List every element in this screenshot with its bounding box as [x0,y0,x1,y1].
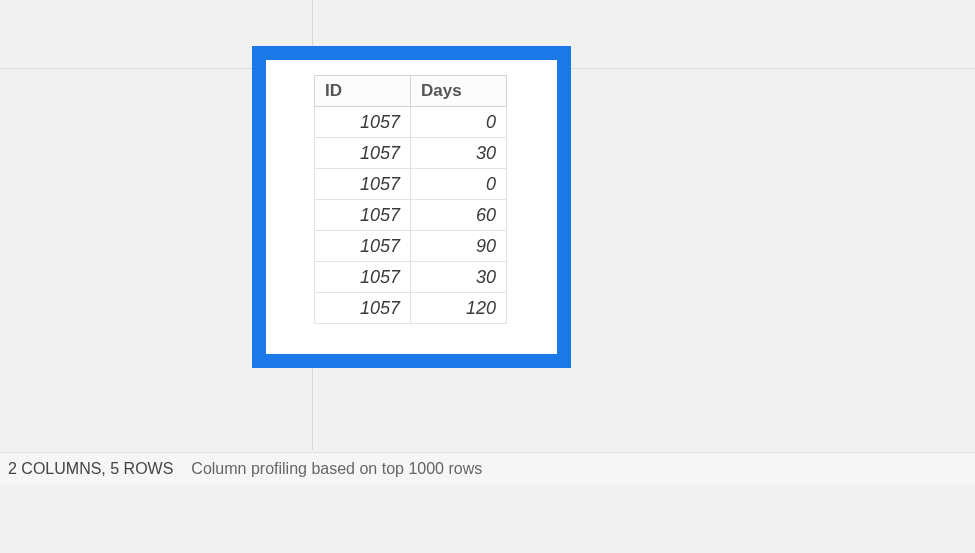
table-row[interactable]: 1057 0 [315,169,507,200]
column-header-id[interactable]: ID [315,76,411,107]
table-highlight-frame: ID Days 1057 0 1057 30 1057 0 1057 60 10 [252,46,571,368]
cell-id: 1057 [315,200,411,231]
status-bar: 2 COLUMNS, 5 ROWS Column profiling based… [0,452,975,484]
cell-days: 0 [411,107,507,138]
cell-id: 1057 [315,107,411,138]
status-counts: 2 COLUMNS, 5 ROWS [8,460,173,478]
cell-id: 1057 [315,138,411,169]
cell-days: 0 [411,169,507,200]
cell-id: 1057 [315,293,411,324]
data-preview-table[interactable]: ID Days 1057 0 1057 30 1057 0 1057 60 10 [314,75,507,324]
table-row[interactable]: 1057 120 [315,293,507,324]
status-profiling: Column profiling based on top 1000 rows [191,460,482,478]
cell-days: 90 [411,231,507,262]
table-row[interactable]: 1057 90 [315,231,507,262]
cell-id: 1057 [315,231,411,262]
cell-id: 1057 [315,169,411,200]
table-row[interactable]: 1057 0 [315,107,507,138]
cell-days: 30 [411,138,507,169]
table-row[interactable]: 1057 60 [315,200,507,231]
cell-days: 120 [411,293,507,324]
table-row[interactable]: 1057 30 [315,138,507,169]
cell-days: 30 [411,262,507,293]
column-header-days[interactable]: Days [411,76,507,107]
cell-id: 1057 [315,262,411,293]
table-row[interactable]: 1057 30 [315,262,507,293]
cell-days: 60 [411,200,507,231]
